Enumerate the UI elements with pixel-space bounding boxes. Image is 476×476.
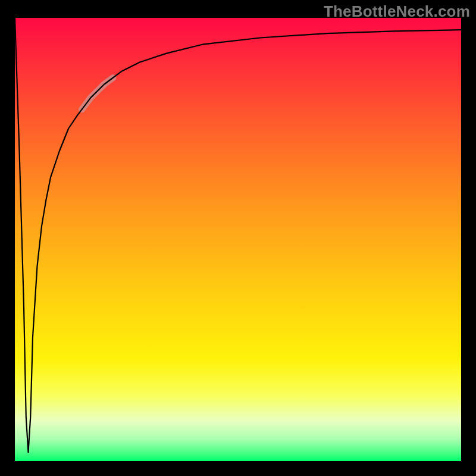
bottleneck-curve bbox=[15, 18, 461, 452]
chart-container: TheBottleNeck.com bbox=[0, 0, 476, 476]
curve-layer bbox=[15, 18, 461, 461]
plot-area bbox=[15, 18, 461, 461]
highlight-segment bbox=[82, 78, 114, 109]
